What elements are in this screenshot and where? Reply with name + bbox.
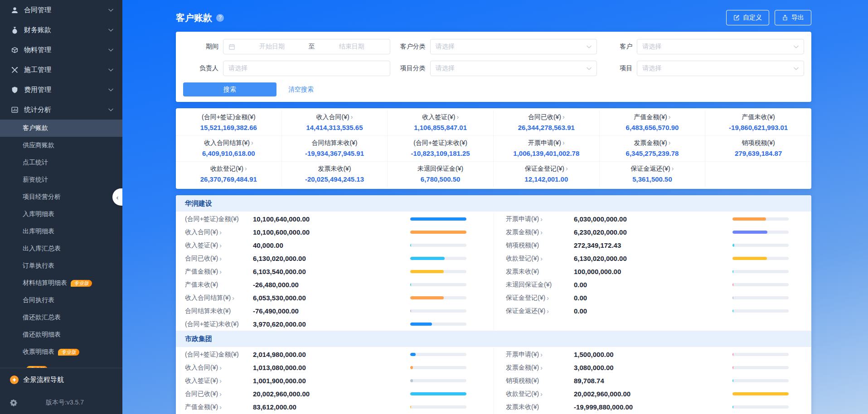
customer-category-select[interactable]: 请选择 <box>430 39 597 54</box>
help-icon[interactable]: ? <box>216 14 224 22</box>
metric-label[interactable]: 开票申请(¥)› <box>506 351 574 359</box>
chevron-down-icon <box>794 67 799 70</box>
metric-label[interactable]: 收入合同(¥)› <box>185 228 253 236</box>
sidebar-subitem[interactable]: 客户账款 <box>0 120 122 137</box>
metric-label[interactable]: 收入签证(¥)› <box>185 241 253 250</box>
customer-select[interactable]: 请选择 <box>637 39 804 54</box>
summary-label: 合同结算未收(¥) <box>285 139 385 147</box>
clear-search-link[interactable]: 清空搜索 <box>288 86 314 94</box>
sidebar-item-panorama-nav[interactable]: 全景流程导航 <box>0 368 122 391</box>
sidebar-subitem[interactable]: 出库明细表 <box>0 223 122 240</box>
sidebar-item-stats[interactable]: 统计分析 <box>0 100 122 120</box>
metric-label[interactable]: 收入合同(¥)› <box>185 364 253 372</box>
search-button[interactable]: 搜索 <box>183 82 276 96</box>
export-button[interactable]: 导出 <box>775 10 811 25</box>
field-project: 项目 请选择 <box>597 61 804 76</box>
field-customer-category: 客户分类 请选择 <box>390 39 597 54</box>
project-category-select[interactable]: 请选择 <box>430 61 597 76</box>
metric-row: 收入合同(¥)›10,100,600,000.00 <box>185 226 466 239</box>
field-period: 期间 开始日期 至 结束日期 <box>183 39 390 54</box>
sidebar-item-construction[interactable]: 施工管理 <box>0 60 122 80</box>
metric-label[interactable]: 收入签证(¥)› <box>185 377 253 385</box>
summary-label: 销项税额(¥) <box>708 139 809 147</box>
summary-label[interactable]: 开票申请(¥)› <box>496 139 596 147</box>
metric-bar <box>410 217 466 221</box>
metric-bar-fill <box>410 323 432 326</box>
owner-select[interactable]: 请选择 <box>223 61 390 76</box>
summary-label[interactable]: 保证金登记(¥)› <box>496 164 596 173</box>
metric-value: 6,030,000,000.00 <box>574 215 728 223</box>
sidebar-subitem[interactable]: 入库明细表 <box>0 206 122 223</box>
date-range-input[interactable]: 开始日期 至 结束日期 <box>223 39 390 54</box>
metric-bar <box>410 270 466 273</box>
chevron-right-icon: › <box>219 242 222 249</box>
metric-label[interactable]: 发票金额(¥)› <box>506 364 574 372</box>
metric-row: 收入签证(¥)›1,001,900,000.00 <box>185 374 466 387</box>
metric-value: 100,000,000.00 <box>574 268 728 275</box>
chevron-right-icon: › <box>540 255 543 262</box>
metric-row: (合同+签证)未收(¥)3,970,620,000.00 <box>185 318 466 331</box>
metric-label[interactable]: 保证金登记(¥)› <box>506 294 574 302</box>
sidebar-subitem[interactable]: 借还款汇总表 <box>0 309 122 326</box>
summary-cell: 未退回保证金(¥)6,780,500.50 <box>388 162 494 187</box>
metric-label[interactable]: 收款登记(¥)› <box>506 255 574 263</box>
summary-label[interactable]: 收入合同(¥)› <box>285 113 385 121</box>
summary-label[interactable]: 收入合同结算(¥)› <box>179 139 279 147</box>
metric-value: 1,500,000.00 <box>574 351 728 358</box>
metric-value: -76,490,000.00 <box>253 307 406 315</box>
sidebar-subitem[interactable]: 借还款明细表 <box>0 326 122 343</box>
summary-label[interactable]: 收款登记(¥)› <box>179 164 279 173</box>
gear-icon[interactable] <box>10 399 17 406</box>
summary-label[interactable]: 发票金额(¥)› <box>602 139 703 147</box>
metric-label[interactable]: 开票申请(¥)› <box>506 215 574 223</box>
sidebar-subitem[interactable]: 薪资统计 <box>0 171 122 188</box>
summary-label[interactable]: 产值金额(¥)› <box>602 113 703 121</box>
metric-value: 3,080,000.00 <box>574 364 728 371</box>
sidebar-subitem[interactable]: 订单执行表 <box>0 257 122 274</box>
metric-bar <box>410 283 466 286</box>
sidebar-item-expense[interactable]: 费用管理 <box>0 80 122 100</box>
metric-bar-fill <box>410 366 413 369</box>
metric-bar <box>732 257 789 260</box>
sidebar-subitem-label: 项目经营分析 <box>23 193 61 201</box>
sidebar-item-material[interactable]: 物料管理 <box>0 40 122 60</box>
sidebar-item-finance[interactable]: 财务账款 <box>0 20 122 40</box>
select-placeholder: 请选择 <box>642 43 661 51</box>
customize-button[interactable]: 自定义 <box>726 10 769 25</box>
sidebar-subitem[interactable]: 专业版 <box>0 361 122 368</box>
sidebar-subitem[interactable]: 材料结算明细表专业版 <box>0 274 122 292</box>
metric-label: (合同+签证)金额(¥) <box>185 351 253 359</box>
sidebar-item-contract[interactable]: 合同管理 <box>0 0 122 20</box>
sidebar-subitem[interactable]: 点工统计 <box>0 154 122 171</box>
chevron-right-icon: › <box>219 364 222 371</box>
export-icon <box>782 14 788 21</box>
metric-value: 6,130,020,000.00 <box>253 255 406 262</box>
metric-bar-fill <box>410 283 411 286</box>
sidebar-subitem[interactable]: 供应商账款 <box>0 137 122 154</box>
sidebar-subitem[interactable]: 出入库汇总表 <box>0 240 122 257</box>
sidebar-subitem-label: 材料结算明细表 <box>23 279 67 287</box>
summary-cell: 发票金额(¥)›6,345,275,239.78 <box>600 136 706 162</box>
metric-label[interactable]: 合同已收(¥)› <box>185 390 253 398</box>
metric-bar-fill <box>410 231 466 234</box>
summary-cell: 收入签证(¥)›1,106,855,847.01 <box>388 110 494 136</box>
sidebar-subitem[interactable]: 收票明细表专业版 <box>0 343 122 361</box>
metric-label[interactable]: 发票金额(¥)› <box>506 228 574 236</box>
metric-label[interactable]: 保证金返还(¥)› <box>506 307 574 315</box>
summary-label[interactable]: 保证金返还(¥)› <box>602 164 703 173</box>
project-select[interactable]: 请选择 <box>637 61 804 76</box>
metric-label[interactable]: 收入合同结算(¥)› <box>185 294 253 302</box>
metric-label[interactable]: 收款登记(¥)› <box>506 390 574 398</box>
summary-label[interactable]: 收入签证(¥)› <box>390 113 490 121</box>
metric-row: 销项税额(¥)89,708.74 <box>506 374 789 387</box>
summary-label[interactable]: 合同已收(¥)› <box>496 113 596 121</box>
metric-row: 产值金额(¥)›83,612,000.00 <box>185 400 466 414</box>
sidebar-subitem[interactable]: 合同执行表 <box>0 292 122 309</box>
sidebar-subitem[interactable]: 项目经营分析 <box>0 188 122 206</box>
metric-value: 83,612,000.00 <box>253 403 406 411</box>
metric-value: 2,014,980,000.00 <box>253 351 406 358</box>
metric-label[interactable]: 合同已收(¥)› <box>185 255 253 263</box>
metric-label[interactable]: 产值金额(¥)› <box>185 403 253 411</box>
chevron-right-icon: › <box>563 139 565 146</box>
metric-label[interactable]: 产值金额(¥)› <box>185 268 253 276</box>
